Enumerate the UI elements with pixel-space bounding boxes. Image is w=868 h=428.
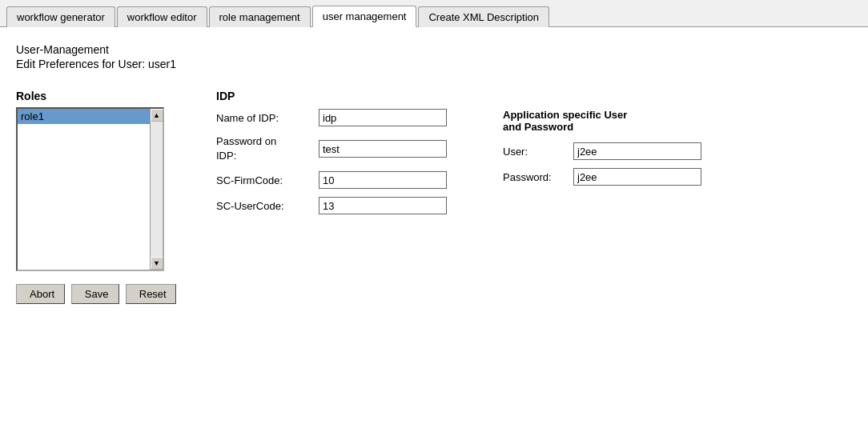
- tab-create-xml[interactable]: Create XML Description: [418, 6, 549, 27]
- idp-section: IDP Name of IDP: Password on IDP: SC-Fir…: [216, 90, 852, 214]
- save-button[interactable]: Save: [71, 284, 119, 304]
- idp-section-label: IDP: [216, 90, 852, 102]
- sc-usercode-label: SC-UserCode:: [216, 200, 312, 212]
- scroll-down-button[interactable]: ▼: [151, 257, 163, 270]
- main-content: User-Management Edit Preferences for Use…: [0, 27, 868, 320]
- idp-name-label: Name of IDP:: [216, 112, 312, 124]
- app-user-fields: User: Password:: [503, 142, 727, 186]
- scroll-up-button[interactable]: ▲: [151, 109, 163, 122]
- page-title: User-Management: [16, 43, 852, 56]
- app-user-label: User:: [503, 146, 567, 158]
- tab-workflow-generator[interactable]: workflow generator: [6, 6, 115, 27]
- reset-button[interactable]: Reset: [126, 284, 176, 304]
- roles-listbox-content: role1: [18, 109, 150, 270]
- roles-label: Roles: [16, 90, 176, 102]
- app-password-label: Password:: [503, 171, 567, 183]
- roles-list-item[interactable]: role1: [18, 109, 150, 124]
- idp-name-input[interactable]: [319, 109, 447, 126]
- roles-listbox-scrollbar: ▲ ▼: [150, 109, 163, 270]
- tab-role-management[interactable]: role management: [209, 6, 311, 27]
- tab-workflow-editor[interactable]: workflow editor: [117, 6, 207, 27]
- app-specific-title: Application specific User and Password: [503, 109, 727, 133]
- idp-fields-grid: Name of IDP: Password on IDP: SC-FirmCod…: [216, 109, 463, 214]
- abort-button[interactable]: Abort: [16, 284, 65, 304]
- tab-bar: workflow generator workflow editor role …: [0, 0, 868, 27]
- idp-password-label: Password on IDP:: [216, 134, 312, 163]
- sc-usercode-input[interactable]: [319, 197, 447, 214]
- idp-password-input[interactable]: [319, 140, 447, 158]
- page-subtitle: Edit Preferences for User: user1: [16, 58, 852, 70]
- sc-firmcode-label: SC-FirmCode:: [216, 174, 312, 186]
- scroll-track: [151, 122, 163, 257]
- app-user-input[interactable]: [573, 142, 701, 160]
- sc-firmcode-input[interactable]: [319, 171, 447, 189]
- form-row: Roles role1 ▲ ▼ Abort Save Reset ID: [16, 90, 852, 304]
- app-password-input[interactable]: [573, 168, 701, 186]
- tab-user-management[interactable]: user management: [312, 6, 417, 27]
- roles-listbox-container: role1 ▲ ▼: [16, 107, 164, 271]
- roles-section: Roles role1 ▲ ▼ Abort Save Reset: [16, 90, 176, 304]
- button-bar: Abort Save Reset: [16, 284, 176, 304]
- app-specific-section: Application specific User and Password U…: [503, 109, 727, 186]
